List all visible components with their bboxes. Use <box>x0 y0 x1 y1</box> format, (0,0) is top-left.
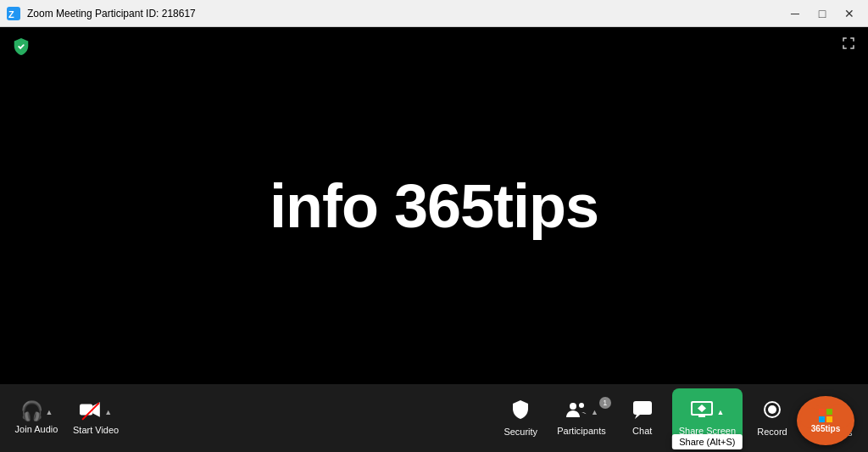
toolbar: 🎧 ▲ Join Audio ▲ Start Video <box>0 384 868 452</box>
maximize-button[interactable]: □ <box>810 5 834 22</box>
zoom-app-icon: Z <box>7 7 20 20</box>
share-screen-wrapper: ▲ Share Screen Share (Alt+S) <box>672 388 743 448</box>
security-label: Security <box>504 427 537 437</box>
chat-icon <box>632 400 653 422</box>
fullscreen-icon[interactable] <box>841 36 856 54</box>
participants-count: 1 <box>599 397 611 409</box>
svg-rect-6 <box>633 401 652 415</box>
security-icon <box>510 399 531 423</box>
share-screen-icon <box>690 400 714 422</box>
svg-marker-7 <box>635 415 640 419</box>
office365tips-badge[interactable]: 365tips <box>797 396 854 445</box>
badge-text: 365tips <box>811 424 840 433</box>
record-button[interactable]: Record <box>743 388 802 448</box>
video-area: info 365tips <box>0 27 868 384</box>
participants-caret[interactable]: ▲ <box>591 408 598 416</box>
start-video-label: Start Video <box>73 425 119 435</box>
join-audio-caret[interactable]: ▲ <box>46 408 53 416</box>
security-button[interactable]: Security <box>491 388 550 448</box>
chat-button[interactable]: Chat <box>613 388 672 448</box>
svg-point-5 <box>579 403 584 408</box>
participants-icon <box>565 400 588 422</box>
headphones-icon: 🎧 <box>20 402 43 421</box>
watermark-text: info 365tips <box>270 171 598 241</box>
window-title: Zoom Meeting Participant ID: 218617 <box>27 8 196 20</box>
shield-icon <box>12 37 31 59</box>
svg-point-4 <box>570 403 576 410</box>
join-audio-button[interactable]: 🎧 ▲ Join Audio <box>7 388 66 448</box>
svg-text:Z: Z <box>8 9 14 20</box>
share-screen-label: Share Screen <box>679 426 736 436</box>
svg-rect-24 <box>826 416 832 422</box>
video-icon <box>80 401 102 421</box>
join-audio-label: Join Audio <box>15 424 58 434</box>
svg-rect-23 <box>819 416 825 422</box>
participants-label: Participants <box>557 426 605 436</box>
chat-label: Chat <box>632 426 652 436</box>
start-video-caret[interactable]: ▲ <box>104 408 112 416</box>
record-label: Record <box>757 427 787 437</box>
participants-button[interactable]: ▲ Participants 1 <box>550 388 612 448</box>
share-screen-caret[interactable]: ▲ <box>716 408 724 416</box>
title-bar: Z Zoom Meeting Participant ID: 218617 ─ … <box>0 0 868 27</box>
svg-rect-22 <box>826 409 832 415</box>
svg-rect-10 <box>698 416 705 417</box>
record-icon <box>762 399 782 423</box>
share-screen-button[interactable]: ▲ Share Screen <box>672 388 743 448</box>
start-video-button[interactable]: ▲ Start Video <box>66 388 125 448</box>
minimize-button[interactable]: ─ <box>783 5 807 22</box>
svg-rect-21 <box>819 409 825 415</box>
close-button[interactable]: ✕ <box>837 5 861 22</box>
svg-point-13 <box>768 405 776 414</box>
